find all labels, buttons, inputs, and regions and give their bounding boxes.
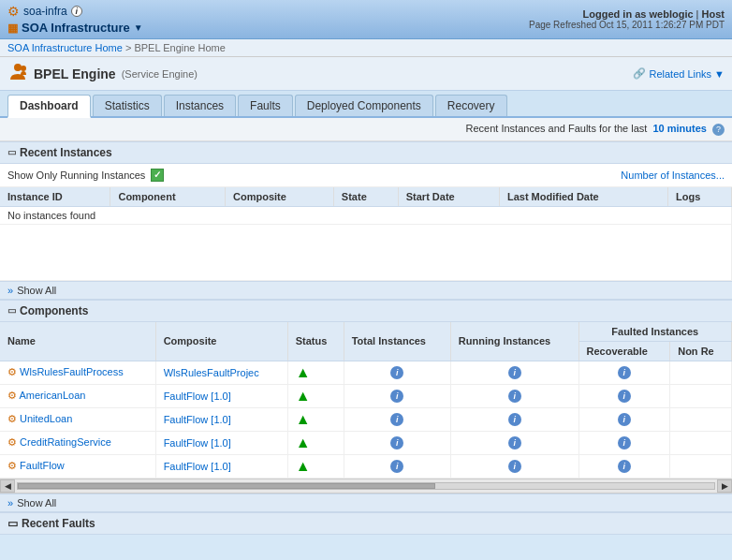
comp-name-link[interactable]: AmericanLoan — [19, 390, 85, 401]
total-info-icon[interactable]: i — [390, 366, 403, 379]
tab-recovery[interactable]: Recovery — [435, 95, 507, 116]
status-up-icon: ▲ — [296, 435, 311, 451]
running-filter-checkbox[interactable] — [151, 169, 164, 182]
comp-composite-link[interactable]: WlsRulesFaultProjec — [164, 367, 259, 378]
comp-total-cell: i — [344, 384, 450, 407]
filter-text: Recent Instances and Faults for the last — [466, 123, 648, 134]
recoverable-info-icon[interactable]: i — [618, 436, 631, 449]
table-row: ⚙ CreditRatingService FaultFlow [1.0] ▲ … — [0, 431, 732, 454]
comp-name-link[interactable]: WlsRulesFaultProcess — [20, 366, 124, 377]
comp-composite-cell: FaultFlow [1.0] — [155, 431, 287, 454]
tab-faults[interactable]: Faults — [238, 95, 293, 116]
link-icon: 🔗 — [633, 67, 646, 80]
recoverable-info-icon[interactable]: i — [618, 413, 631, 426]
running-info-icon[interactable]: i — [508, 460, 521, 473]
horizontal-scrollbar[interactable]: ◀ ▶ — [0, 479, 732, 494]
breadcrumb: SOA Infrastructure Home > BPEL Engine Ho… — [0, 39, 732, 57]
comp-composite-link[interactable]: FaultFlow [1.0] — [164, 414, 231, 425]
dropdown-arrow-icon[interactable]: ▼ — [134, 22, 143, 33]
recent-faults-title: Recent Faults — [22, 517, 95, 530]
username: weblogic — [650, 8, 694, 20]
col-comp-status: Status — [287, 322, 344, 361]
running-info-icon[interactable]: i — [508, 413, 521, 426]
comp-name-cell: ⚙ UnitedLoan — [0, 407, 155, 431]
recent-instances-header[interactable]: ▭ Recent Instances — [0, 141, 732, 164]
comp-recoverable-cell: i — [578, 361, 670, 384]
comp-name-link[interactable]: FaultFlow — [20, 460, 65, 471]
total-info-icon[interactable]: i — [390, 413, 403, 426]
total-info-icon[interactable]: i — [390, 390, 403, 403]
comp-person-icon: ⚙ — [7, 390, 17, 401]
table-row: ⚙ FaultFlow FaultFlow [1.0] ▲ i i i — [0, 454, 732, 478]
recoverable-info-icon[interactable]: i — [618, 390, 631, 403]
comp-recoverable-cell: i — [578, 407, 670, 431]
col-comp-composite: Composite — [155, 322, 287, 361]
col-running-instances: Running Instances — [450, 322, 578, 361]
comp-name-cell: ⚙ FaultFlow — [0, 454, 155, 478]
comp-recoverable-cell: i — [578, 431, 670, 454]
tabs-bar: Dashboard Statistics Instances Faults De… — [0, 91, 732, 118]
tab-statistics[interactable]: Statistics — [93, 95, 162, 116]
components-header[interactable]: ▭ Components — [0, 300, 732, 322]
comp-running-cell: i — [450, 384, 578, 407]
filter-help-icon[interactable]: ? — [712, 124, 725, 136]
running-info-icon[interactable]: i — [508, 436, 521, 449]
tab-dashboard[interactable]: Dashboard — [7, 95, 91, 118]
comp-nonre-cell — [670, 384, 732, 407]
soa-infra-label: SOA Infrastructure — [22, 21, 130, 35]
page-refreshed: Page Refreshed Oct 15, 2011 1:26:27 PM P… — [529, 20, 725, 30]
components-show-all-bar[interactable]: » Show All — [0, 494, 732, 512]
top-bar: ⚙ soa-infra i ▦ SOA Infrastructure ▼ Log… — [0, 0, 732, 39]
login-info: Logged in as weblogic | Host Page Refres… — [529, 8, 725, 30]
recent-faults-header[interactable]: ▭ Recent Faults — [0, 512, 732, 535]
scroll-right-button[interactable]: ▶ — [717, 479, 732, 493]
logged-in-text: Logged in as weblogic | Host — [529, 8, 725, 20]
total-info-icon[interactable]: i — [390, 436, 403, 449]
num-instances-link[interactable]: Number of Instances... — [621, 169, 725, 181]
scroll-track[interactable] — [17, 482, 715, 490]
recoverable-info-icon[interactable]: i — [618, 460, 631, 473]
comp-total-cell: i — [344, 361, 450, 384]
col-faulted-instances-group: Faulted Instances — [578, 322, 731, 342]
comp-composite-cell: FaultFlow [1.0] — [155, 384, 287, 407]
tab-instances[interactable]: Instances — [164, 95, 236, 116]
related-links-button[interactable]: 🔗 Related Links ▼ — [633, 67, 725, 80]
components-section: ▭ Components Name Composite Status Total… — [0, 300, 732, 479]
svg-point-0 — [14, 64, 22, 71]
app-title-area[interactable]: ▦ SOA Infrastructure ▼ — [7, 21, 143, 35]
comp-composite-link[interactable]: FaultFlow [1.0] — [164, 437, 231, 449]
comp-running-cell: i — [450, 361, 578, 384]
scroll-thumb[interactable] — [18, 483, 435, 489]
tab-deployed-components[interactable]: Deployed Components — [295, 95, 433, 116]
instances-show-all-bar[interactable]: » Show All — [0, 281, 732, 300]
running-info-icon[interactable]: i — [508, 390, 521, 403]
comp-name-cell: ⚙ CreditRatingService — [0, 431, 155, 454]
comp-composite-link[interactable]: FaultFlow [1.0] — [164, 391, 231, 402]
components-table: Name Composite Status Total Instances Ru… — [0, 322, 732, 479]
info-icon[interactable]: i — [71, 6, 82, 17]
col-composite: Composite — [226, 187, 334, 207]
comp-status-cell: ▲ — [287, 361, 344, 384]
comp-person-icon: ⚙ — [7, 366, 17, 377]
related-links-label: Related Links — [649, 68, 711, 80]
filter-minutes[interactable]: 10 minutes — [652, 123, 706, 134]
soa-infra-name: soa-infra — [23, 5, 67, 18]
col-total-instances: Total Instances — [344, 322, 450, 361]
running-info-icon[interactable]: i — [508, 366, 521, 379]
comp-composite-link[interactable]: FaultFlow [1.0] — [164, 461, 231, 472]
col-instance-id: Instance ID — [0, 187, 110, 207]
breadcrumb-home[interactable]: SOA Infrastructure Home — [7, 42, 123, 53]
engine-icon — [7, 61, 28, 86]
total-info-icon[interactable]: i — [390, 460, 403, 473]
comp-total-cell: i — [344, 454, 450, 478]
components-collapse-icon: ▭ — [7, 305, 16, 316]
col-start-date: Start Date — [398, 187, 499, 207]
soa-infra-link[interactable]: ⚙ soa-infra i — [7, 4, 143, 19]
running-filter-label: Show Only Running Instances — [7, 169, 145, 181]
recoverable-info-icon[interactable]: i — [618, 366, 631, 379]
recent-instances-title: Recent Instances — [20, 146, 112, 159]
scroll-left-button[interactable]: ◀ — [0, 479, 15, 493]
page-header: BPEL Engine (Service Engine) 🔗 Related L… — [0, 57, 732, 91]
comp-name-link[interactable]: UnitedLoan — [20, 413, 72, 424]
comp-name-link[interactable]: CreditRatingService — [20, 436, 111, 448]
